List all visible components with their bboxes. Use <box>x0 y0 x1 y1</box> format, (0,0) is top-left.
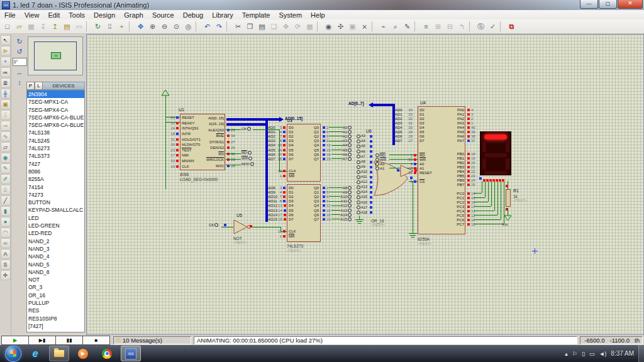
circle-2d-icon[interactable]: ● <box>1 217 11 227</box>
taskbar-clock[interactable]: 8:37 AM <box>611 350 634 357</box>
graph-mode-icon[interactable]: ∿ <box>1 131 11 141</box>
pick-devices-button[interactable]: P <box>26 82 35 90</box>
block-move-icon[interactable]: ✥ <box>280 21 292 32</box>
line-2d-icon[interactable]: ╱ <box>1 195 11 206</box>
volume-icon[interactable]: ◄) <box>599 351 606 357</box>
subcircuit-icon[interactable]: ▣ <box>1 99 11 109</box>
battery-icon[interactable]: ▭ <box>589 351 595 357</box>
voltage-probe-icon[interactable]: ✎ <box>1 163 11 173</box>
origin-icon[interactable]: + <box>116 21 128 32</box>
device-item[interactable]: 8086 <box>27 168 84 175</box>
device-item[interactable]: LED <box>27 214 84 222</box>
device-item[interactable]: LED-GREEN <box>27 222 84 229</box>
netlist-to-ares-icon[interactable]: ⧉ <box>506 21 518 32</box>
pause-button[interactable]: ▮▮ <box>56 336 83 344</box>
schematic-canvas[interactable]: U1 21222418313023173319 RESETREADYINTA/Q… <box>86 34 644 335</box>
zoom-out-icon[interactable]: ⊖ <box>158 21 170 32</box>
device-item[interactable]: 74154 <box>27 184 84 191</box>
device-item[interactable]: NAND_3 <box>27 245 84 253</box>
device-item[interactable]: RES <box>27 307 84 314</box>
symbol-2d-icon[interactable]: S <box>1 260 11 270</box>
toggle-grid-icon[interactable]: ⁞⁞ <box>104 21 116 32</box>
export-section-icon[interactable]: ↥ <box>49 21 61 32</box>
ad-bus[interactable] <box>226 118 279 121</box>
tape-recorder-icon[interactable]: ▱ <box>1 142 11 152</box>
current-probe-icon[interactable]: ✐ <box>1 174 11 184</box>
undo-icon[interactable]: ↶ <box>201 21 213 32</box>
device-item[interactable]: NAND_5 <box>27 261 84 268</box>
device-item[interactable]: LED-RED <box>27 229 84 237</box>
marker-2d-icon[interactable]: ✛ <box>1 270 11 280</box>
resistor-r1[interactable] <box>506 189 511 207</box>
make-device-icon[interactable]: ✣ <box>335 21 347 32</box>
remove-sheet-icon[interactable]: ⊟ <box>444 21 456 32</box>
title-bar[interactable]: ISIS 1. led 7 doan - ISIS Professional (… <box>0 0 644 10</box>
copy-icon[interactable]: ❐ <box>244 21 256 32</box>
property-assignment-icon[interactable]: ✎ <box>401 21 413 32</box>
mirror-horizontal-icon[interactable]: ↔ <box>14 67 25 77</box>
maximize-button[interactable]: ▢ <box>599 0 617 9</box>
device-item[interactable]: [7427] <box>27 322 84 330</box>
device-item[interactable]: 74LS373 <box>27 152 84 160</box>
device-item[interactable]: 74LS273 <box>27 145 84 152</box>
selection-mode-icon[interactable]: ↖ <box>1 35 11 45</box>
message-counter[interactable]: ⚠ 10 Message(s) <box>113 336 191 344</box>
virtual-instrument-icon[interactable]: ⌷ <box>1 185 11 195</box>
generator-icon[interactable]: ◉ <box>1 153 11 163</box>
device-item[interactable]: RES10SIP8 <box>27 315 84 322</box>
device-item[interactable]: 74LS245 <box>27 137 84 145</box>
rotate-clockwise-icon[interactable]: ↻ <box>14 36 25 47</box>
pick-device-icon[interactable]: ◉ <box>323 21 335 32</box>
device-item[interactable]: KEYPAD-SMALLCALC <box>27 206 84 214</box>
device-item[interactable]: NAND_8 <box>27 268 84 276</box>
device-item[interactable]: 7427 <box>27 160 84 168</box>
rotation-angle-field[interactable] <box>13 58 27 66</box>
text-2d-icon[interactable]: A <box>1 249 11 259</box>
menu-item[interactable]: Debug <box>179 11 208 19</box>
junction-dot-icon[interactable]: + <box>1 57 11 67</box>
menu-item[interactable]: File <box>0 11 20 19</box>
device-item[interactable]: NAND_2 <box>27 238 84 245</box>
menu-item[interactable]: Tools <box>64 11 89 19</box>
new-sheet-icon[interactable]: ⊞ <box>432 21 444 32</box>
new-file-icon[interactable]: □ <box>1 21 13 32</box>
step-button[interactable]: ▶▮ <box>29 336 56 344</box>
paste-icon[interactable]: ▤ <box>256 21 268 32</box>
redo-icon[interactable]: ↷ <box>213 21 225 32</box>
block-copy-icon[interactable]: ❏ <box>268 21 280 32</box>
device-pin-icon[interactable]: ⊸ <box>1 121 11 131</box>
menu-item[interactable]: View <box>20 11 44 19</box>
print-icon[interactable]: ▤ <box>61 21 73 32</box>
goto-sheet-icon[interactable]: ↰ <box>456 21 468 32</box>
zoom-all-icon[interactable]: ⊙ <box>170 21 182 32</box>
menu-item[interactable]: Source <box>148 11 179 19</box>
import-section-icon[interactable]: ↧ <box>37 21 49 32</box>
menu-item[interactable]: Help <box>306 11 330 19</box>
action-center-icon[interactable]: ⚐ <box>572 351 577 357</box>
ad7-bus[interactable] <box>373 104 392 106</box>
design-explorer-icon[interactable]: ≡ <box>420 21 432 32</box>
device-item[interactable]: NOT <box>27 276 84 283</box>
cut-icon[interactable]: ✂ <box>232 21 244 32</box>
box-2d-icon[interactable]: ▮ <box>1 206 11 216</box>
device-item[interactable]: 7SEG-MPX8-CA-BLUE <box>27 121 84 129</box>
taskbar-item-isis[interactable]: ISIS <box>121 346 141 361</box>
block-delete-icon[interactable]: ▦ <box>304 21 316 32</box>
pan-icon[interactable]: ✥ <box>135 21 147 32</box>
wire-label-icon[interactable]: LBL <box>1 67 11 77</box>
device-item[interactable]: 74LS138 <box>27 129 84 136</box>
schematic-overview[interactable]: 50 <box>28 36 83 75</box>
menu-item[interactable]: System <box>274 11 306 19</box>
menu-item[interactable]: Design <box>89 11 119 19</box>
zoom-in-icon[interactable]: ⊕ <box>147 21 158 32</box>
menu-item[interactable]: Library <box>208 11 238 19</box>
network-icon[interactable]: ▯ <box>582 351 585 357</box>
device-item[interactable]: 8255A <box>27 175 84 183</box>
device-item[interactable]: 7SEG-MPX4-CA <box>27 106 84 114</box>
open-file-icon[interactable]: ▱ <box>13 21 25 32</box>
zoom-area-icon[interactable]: ◎ <box>182 21 194 32</box>
device-item[interactable]: OR_16 <box>27 292 84 299</box>
menu-item[interactable]: Template <box>238 11 275 19</box>
mirror-vertical-icon[interactable]: ↕ <box>14 77 25 87</box>
minimize-button[interactable]: — <box>580 0 598 9</box>
